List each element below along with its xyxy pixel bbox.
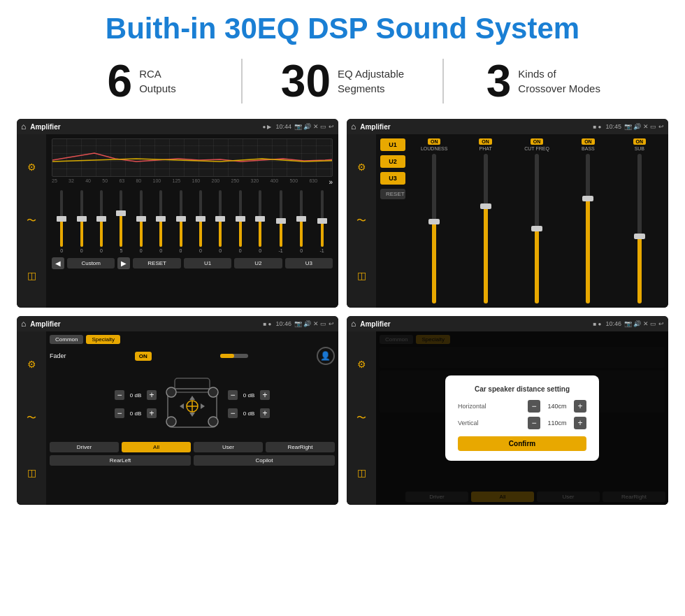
- eq-slider-5[interactable]: 0: [140, 190, 143, 253]
- mixer-icon-3[interactable]: ◫: [352, 268, 371, 283]
- db-br-minus[interactable]: −: [228, 408, 238, 418]
- eq-icon-1[interactable]: ⚙: [22, 159, 41, 175]
- horizontal-minus[interactable]: −: [528, 400, 540, 413]
- phat-on[interactable]: ON: [479, 138, 492, 145]
- loudness-name: LOUDNESS: [421, 146, 448, 151]
- db-br: − 0 dB +: [228, 408, 270, 418]
- fader-home-icon[interactable]: ⌂: [21, 319, 26, 329]
- eq-icon-2[interactable]: 〜: [22, 213, 41, 229]
- dialog-horizontal-control: − 140cm +: [528, 400, 586, 413]
- cutfreq-on[interactable]: ON: [531, 138, 544, 145]
- more-icon[interactable]: »: [329, 178, 333, 186]
- confirm-button[interactable]: Confirm: [458, 436, 586, 451]
- eq-slider-3[interactable]: 0: [100, 190, 103, 253]
- db-tl-plus[interactable]: +: [147, 390, 157, 400]
- fader-icon-2[interactable]: 〜: [22, 410, 41, 426]
- mixer-icon-2[interactable]: 〜: [352, 213, 371, 229]
- btn-all[interactable]: All: [122, 442, 191, 452]
- eq-next[interactable]: ▶: [117, 257, 130, 269]
- db-bl-minus[interactable]: −: [115, 408, 124, 418]
- preset-u2[interactable]: U2: [380, 155, 405, 168]
- fader-label: Fader: [50, 352, 66, 359]
- eq-slider-14[interactable]: -1: [320, 190, 324, 253]
- db-tl-minus[interactable]: −: [115, 390, 124, 400]
- eq-slider-8[interactable]: 0: [199, 190, 202, 253]
- eq-u3-btn[interactable]: U3: [285, 258, 333, 268]
- tab-specialty[interactable]: Specialty: [86, 335, 120, 344]
- fader-on-toggle[interactable]: ON: [135, 352, 152, 361]
- dialog-icon-1[interactable]: ⚙: [352, 357, 371, 372]
- sub-on[interactable]: ON: [633, 138, 647, 145]
- phat-slider[interactable]: [484, 154, 488, 303]
- eq-slider-7[interactable]: 0: [180, 190, 182, 253]
- btn-rearleft[interactable]: RearLeft: [50, 455, 191, 466]
- phat-name: PHAT: [480, 146, 492, 151]
- eq-slider-2[interactable]: 0: [80, 190, 83, 253]
- fader-slider-h[interactable]: [220, 354, 248, 358]
- dialog-app-name: Amplifier: [360, 320, 589, 328]
- db-tr-minus[interactable]: −: [228, 390, 238, 400]
- eq-reset-btn[interactable]: RESET: [133, 258, 180, 268]
- bass-slider[interactable]: [586, 154, 590, 303]
- preset-u3[interactable]: U3: [380, 172, 405, 185]
- svg-point-3: [208, 387, 218, 397]
- dialog-home-icon[interactable]: ⌂: [351, 319, 356, 329]
- eq-u1-btn[interactable]: U1: [184, 258, 231, 268]
- bass-on[interactable]: ON: [582, 138, 595, 145]
- fader-icon-3[interactable]: ◫: [22, 465, 41, 480]
- db-tr-plus[interactable]: +: [260, 390, 270, 400]
- btn-copilot[interactable]: Copilot: [194, 455, 335, 466]
- dialog-body: ⚙ 〜 ◫ Common Specialty Car speaker: [347, 331, 668, 505]
- eq-slider-12[interactable]: -1: [278, 190, 282, 253]
- mixer-icon-1[interactable]: ⚙: [352, 159, 371, 175]
- eq-icons: 📷 🔊 ✕ ▭ ↩: [294, 123, 334, 130]
- eq-icon-3[interactable]: ◫: [22, 268, 41, 283]
- btn-rearright[interactable]: RearRight: [266, 442, 335, 452]
- eq-screen: ⌂ Amplifier ● ▶ 10:44 📷 🔊 ✕ ▭ ↩ ⚙ 〜 ◫: [17, 119, 338, 308]
- fader-main: Common Specialty Fader ON 👤: [46, 331, 338, 505]
- dialog-icon-3[interactable]: ◫: [352, 465, 371, 480]
- stats-row: 6 RCAOutputs 30 EQ AdjustableSegments 3 …: [0, 52, 685, 113]
- btn-user[interactable]: User: [194, 442, 263, 452]
- eq-time: 10:44: [275, 123, 291, 130]
- eq-slider-11[interactable]: 0: [259, 190, 261, 253]
- db-bl-value: 0 dB: [127, 410, 144, 417]
- stat-rca-number: 6: [108, 59, 133, 103]
- fader-icon-1[interactable]: ⚙: [22, 357, 41, 372]
- eq-status-icons: 10:44 📷 🔊 ✕ ▭ ↩: [275, 123, 334, 130]
- fader-icons: 📷 🔊 ✕ ▭ ↩: [294, 320, 334, 327]
- eq-slider-9[interactable]: 0: [219, 190, 222, 253]
- person-icon[interactable]: 👤: [317, 347, 335, 365]
- db-br-plus[interactable]: +: [260, 408, 270, 418]
- dialog-screen: ⌂ Amplifier ■ ● 10:46 📷 🔊 ✕ ▭ ↩ ⚙ 〜 ◫ Co…: [347, 316, 668, 505]
- eq-prev[interactable]: ◀: [52, 257, 64, 269]
- eq-slider-1[interactable]: 0: [60, 190, 63, 253]
- loudness-slider[interactable]: [432, 154, 436, 303]
- eq-slider-6[interactable]: 0: [159, 190, 162, 253]
- home-icon[interactable]: ⌂: [21, 122, 26, 131]
- mixer-ch-sub: ON SUB: [615, 138, 664, 303]
- loudness-on[interactable]: ON: [428, 138, 441, 145]
- cutfreq-slider[interactable]: [535, 154, 539, 303]
- db-bl-plus[interactable]: +: [147, 408, 157, 418]
- tab-common[interactable]: Common: [50, 335, 83, 344]
- vertical-minus[interactable]: −: [528, 417, 540, 429]
- sub-slider[interactable]: [637, 154, 642, 303]
- mixer-reset[interactable]: RESET: [380, 189, 405, 199]
- eq-custom-btn[interactable]: Custom: [67, 258, 115, 268]
- dialog-left-panel: ⚙ 〜 ◫: [347, 331, 376, 505]
- mixer-home-icon[interactable]: ⌂: [351, 122, 356, 131]
- eq-dot: ● ▶: [262, 124, 271, 130]
- eq-slider-4[interactable]: 5: [120, 190, 122, 253]
- mixer-ch-bass: ON BASS: [563, 138, 612, 303]
- eq-u2-btn[interactable]: U2: [234, 258, 282, 268]
- dialog-icon-2[interactable]: 〜: [352, 410, 371, 426]
- eq-slider-10[interactable]: 0: [239, 190, 242, 253]
- btn-driver[interactable]: Driver: [50, 442, 119, 452]
- vertical-plus[interactable]: +: [574, 417, 586, 429]
- preset-u1[interactable]: U1: [380, 138, 405, 151]
- dialog-title: Car speaker distance setting: [458, 385, 586, 393]
- horizontal-plus[interactable]: +: [574, 400, 586, 413]
- mixer-ch-cutfreq: ON CUT FREQ: [512, 138, 561, 303]
- eq-slider-13[interactable]: 0: [300, 190, 303, 253]
